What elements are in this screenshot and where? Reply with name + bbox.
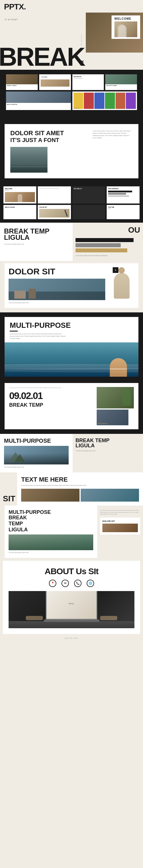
screen-text: PPTX. bbox=[69, 603, 74, 605]
dp-left-col: DOLOR SIT 1 Your best description goes h… bbox=[8, 267, 105, 304]
stripe-1 bbox=[108, 191, 132, 192]
dolor-image bbox=[10, 147, 48, 173]
logo: PPTX. bbox=[4, 3, 139, 11]
s2-desc: Your best description goes here bbox=[4, 466, 69, 468]
icon-globe: 🌐 bbox=[87, 580, 94, 587]
break-right-panel: OU Lorem ipsum dolor sit amet consectetu… bbox=[73, 223, 143, 261]
color-sit-label: COLOR SIT bbox=[39, 206, 69, 208]
office-img bbox=[8, 279, 105, 300]
your-note-label: ▶ Your Note Here bbox=[98, 423, 108, 424]
slide-mini-3: DOLOR SIT lorem ipsum placeholder bbox=[73, 74, 104, 90]
s2-break-title: BREAK TEMP bbox=[76, 438, 140, 443]
text-me-sm-label: TEXT ME bbox=[108, 206, 138, 208]
multi3-dolor-img bbox=[103, 524, 138, 532]
welcome-message-label: MESSAGE bbox=[5, 190, 35, 191]
multi-top-area: MULTI-PURPOSE Lorem ipsum dolor sit amet… bbox=[5, 317, 138, 342]
color-sit-img bbox=[39, 209, 69, 217]
hand-left bbox=[26, 616, 43, 620]
multi-purpose-slide: MULTI-PURPOSE Lorem ipsum dolor sit amet… bbox=[5, 317, 138, 377]
dolor-title: DOLOR SIT AMET IT'S JUST A FONT bbox=[10, 130, 88, 144]
date-lorem-text: Lorem ipsum dolor sit amet dous nulla ac… bbox=[9, 387, 93, 389]
slide-sublabel-3: lorem ipsum placeholder bbox=[74, 78, 103, 79]
multi3-lorem: Lorem ipsum dolor sit amet, dous nulla a… bbox=[100, 509, 140, 515]
textme-img-2 bbox=[81, 489, 139, 502]
slide-img-5 bbox=[6, 91, 71, 103]
multi3-title: MULTI-PURPOSE bbox=[8, 509, 93, 515]
hero-area: IT A FONT BREAK WELCOME DOLOR SIT ✕ bbox=[0, 12, 143, 70]
slides-row-2: MULTI-PURPOSE COLOR SIT bbox=[5, 91, 138, 112]
about-icons-row: 📍 ✉ 📞 🌐 bbox=[8, 580, 135, 587]
s2-right-desc: Your best description goes here bbox=[76, 450, 140, 452]
say-hello-label: SAY HELLO bbox=[74, 188, 104, 189]
right-lorem: Lorem ipsum dolor sit amet consectetur a… bbox=[76, 255, 140, 257]
slides-grid-section: BREAK THINGS FUTURES DOLOR SIT lorem ips… bbox=[0, 70, 143, 116]
say-hello-cell: SAY HELLO bbox=[73, 186, 105, 204]
dolor-body-text: Lorem ipsum dolor sit amet, dous nulla a… bbox=[93, 130, 133, 139]
hello-again-label: HELLO AGAIN bbox=[5, 206, 35, 208]
bracelet-2 bbox=[110, 371, 127, 372]
stripe-2 bbox=[108, 193, 126, 195]
laptop-screen: PPTX. bbox=[46, 591, 97, 620]
laptop-shape: PPTX. bbox=[43, 591, 100, 622]
icon-mail: ✉ bbox=[61, 580, 69, 587]
slide-label-4: DOLOR SIT AMET bbox=[105, 84, 137, 87]
dolor-left: DOLOR SIT AMET IT'S JUST A FONT bbox=[10, 130, 88, 173]
our-address-label: OUR ADDRESS bbox=[108, 188, 138, 189]
dp-right-col bbox=[109, 267, 135, 304]
multi-purpose-section: MULTI-PURPOSE Lorem ipsum dolor sit amet… bbox=[0, 312, 143, 381]
multi-title: MULTI-PURPOSE bbox=[10, 321, 133, 329]
laptop-base bbox=[44, 620, 99, 622]
color-sit-cell: COLOR SIT bbox=[38, 205, 70, 219]
header-section: PPTX. bbox=[0, 0, 143, 12]
books-label: COLOR SIT bbox=[74, 107, 80, 109]
welcome-grid-row2: HELLO AGAIN COLOR SIT TEXT ME HERE bbox=[3, 205, 140, 219]
textme-section: SIT TEXT ME HERE Lorem ipsum dolor sit a… bbox=[0, 472, 143, 506]
s2-left-panel: MULTI-PURPOSE Your best description goes… bbox=[0, 434, 73, 472]
our-address-cell: OUR ADDRESS bbox=[107, 186, 140, 204]
slide-label-1: BREAK THINGS bbox=[6, 84, 38, 87]
screen-content: PPTX. bbox=[47, 591, 96, 619]
multi3-ligula: LIGULA bbox=[8, 527, 93, 533]
multi3-right: Lorem ipsum dolor sit amet, dous nulla a… bbox=[97, 505, 143, 558]
hello-again-cell: HELLO AGAIN bbox=[3, 205, 36, 219]
date-img-1 bbox=[97, 387, 134, 408]
person-head bbox=[118, 267, 125, 274]
slide-img-2 bbox=[40, 80, 69, 87]
textme-card: TEXT ME HERE Lorem ipsum dolor sit amet … bbox=[17, 472, 143, 506]
about-slide: ABOUT Us SIt 📍 ✉ 📞 🌐 PPTX. bbox=[3, 561, 140, 634]
date-display: 09.02.01 bbox=[9, 391, 93, 400]
site-url: gfxtra.com bbox=[3, 637, 140, 639]
date-left: Lorem ipsum dolor sit amet dous nulla ac… bbox=[9, 387, 93, 425]
multi3-dolor-label: DOLOR SIT bbox=[103, 520, 138, 523]
date-img-2: ▶ Your Note Here bbox=[97, 409, 128, 425]
dolor-sit-big: DOLOR SIT bbox=[8, 267, 105, 276]
date-right: ▶ Your Note Here bbox=[97, 387, 134, 425]
multi3-break: BREAKTEMP bbox=[8, 515, 93, 527]
stripes-container bbox=[76, 238, 140, 252]
about-laptop-img: PPTX. bbox=[8, 591, 135, 628]
about-title-area: ABOUT Us SIt bbox=[8, 566, 135, 576]
stripe-dark-1 bbox=[76, 238, 134, 242]
break-temp-date: BREAK TEMP bbox=[9, 402, 93, 408]
sit-big-label: SIT bbox=[3, 495, 16, 503]
dolor-right: Lorem ipsum dolor sit amet, dous nulla a… bbox=[93, 130, 133, 139]
slides-row-1: BREAK THINGS FUTURES DOLOR SIT lorem ips… bbox=[5, 74, 138, 90]
break-left-slide: BREAK TEMP LIGULA Your best description … bbox=[0, 223, 73, 261]
slide-img-6: COLOR SIT bbox=[73, 91, 137, 110]
about-section: ABOUT Us SIt 📍 ✉ 📞 🌐 PPTX. bbox=[0, 561, 143, 634]
about-title: ABOUT Us SIt bbox=[8, 566, 135, 576]
multi3-left: MULTI-PURPOSE BREAKTEMP LIGULA Your best… bbox=[5, 505, 97, 558]
break-split-section: BREAK TEMP LIGULA Your best description … bbox=[0, 223, 143, 261]
s2-ligula-title: LIGULA bbox=[76, 443, 140, 448]
text-me-here-label: HERE bbox=[108, 208, 138, 210]
desk-surface bbox=[8, 621, 135, 628]
dp-desc-text: Your best description goes here bbox=[8, 302, 105, 304]
hand-right bbox=[100, 616, 117, 620]
sit-left-label: SIT bbox=[0, 472, 17, 506]
textme-images bbox=[21, 489, 139, 502]
multi3-dolor-mini: DOLOR SIT bbox=[100, 518, 140, 534]
slide-label-3: DOLOR SIT bbox=[74, 76, 103, 78]
icon-location: 📍 bbox=[49, 580, 56, 587]
split2-section: MULTI-PURPOSE Your best description goes… bbox=[0, 434, 143, 472]
textme-desc: Lorem ipsum dolor sit amet dous nulla ac… bbox=[21, 485, 139, 487]
